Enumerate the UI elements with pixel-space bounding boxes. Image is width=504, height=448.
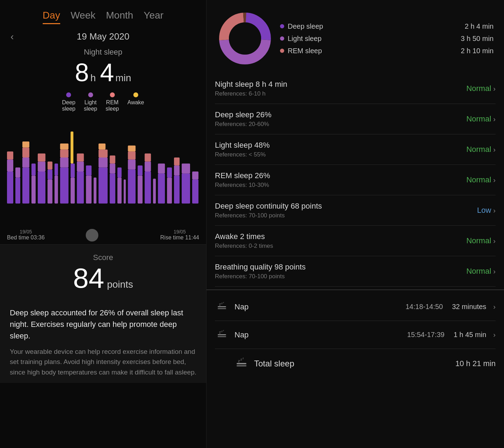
svg-rect-48	[138, 166, 142, 176]
metric-night-sleep[interactable]: Night sleep 8 h 4 min References: 6-10 h…	[215, 74, 496, 104]
nap-1-label: Nap	[234, 302, 400, 312]
svg-rect-80	[237, 365, 246, 366]
bed-date: 19/05	[7, 229, 45, 234]
total-sleep-value: 10 h 21 min	[455, 359, 496, 368]
sleep-duration: 8 h 4 min	[0, 57, 206, 90]
svg-rect-49	[145, 172, 151, 203]
svg-rect-10	[31, 175, 36, 203]
svg-rect-30	[86, 175, 92, 203]
rise-date: 19/05	[160, 229, 199, 234]
svg-rect-31	[86, 166, 92, 176]
metric-light-sleep-chevron: ›	[493, 146, 496, 154]
sleep-h-label: h	[90, 72, 96, 84]
tab-year[interactable]: Year	[144, 10, 164, 24]
sleep-header: Night sleep 8 h 4 min	[0, 46, 206, 91]
svg-rect-45	[128, 152, 135, 160]
tab-day[interactable]: Day	[43, 10, 60, 24]
nap-2-duration: 1 h 45 min	[454, 331, 486, 339]
svg-rect-63	[192, 172, 198, 180]
svg-rect-58	[174, 166, 180, 176]
score-value-row: 84 points	[10, 262, 196, 294]
metric-awake-name: Awake 2 times	[215, 232, 466, 241]
metric-breathing[interactable]: Breathing quality 98 points References: …	[215, 256, 496, 287]
donut-light-dot	[280, 36, 284, 41]
donut-legend-rem: REM sleep 2 h 10 min	[280, 47, 493, 55]
svg-rect-52	[153, 179, 156, 204]
light-sleep-dot	[88, 92, 93, 97]
svg-rect-57	[174, 175, 180, 203]
tab-month[interactable]: Month	[106, 10, 133, 24]
svg-rect-38	[110, 163, 115, 174]
nap-1-chevron: ›	[493, 303, 496, 311]
nap-2[interactable]: z z z Nap 15:54-17:39 1 h 45 min ›	[215, 321, 496, 349]
metric-awake[interactable]: Awake 2 times References: 0-2 times Norm…	[215, 226, 496, 256]
svg-rect-53	[158, 174, 165, 204]
svg-text:z: z	[219, 330, 221, 334]
sleep-legend: Deepsleep Lightsleep REMsleep Awake	[0, 91, 206, 115]
bed-time-text: Bed time 03:36	[7, 234, 45, 241]
svg-rect-41	[117, 168, 121, 178]
metric-deep-continuity[interactable]: Deep sleep continuity 68 points Referenc…	[215, 195, 496, 226]
svg-rect-46	[128, 146, 135, 152]
metric-deep-sleep[interactable]: Deep sleep 26% References: 20-60% Normal…	[215, 104, 496, 134]
svg-rect-21	[60, 158, 69, 168]
metric-night-sleep-chevron: ›	[493, 85, 496, 93]
svg-rect-37	[110, 174, 115, 204]
svg-text:z: z	[223, 301, 224, 303]
left-panel: Day Week Month Year ‹ 19 May 2020 Night …	[0, 0, 206, 448]
sleep-hours: 8	[75, 58, 89, 87]
metric-breathing-status: Normal	[466, 267, 491, 276]
score-points-label: points	[107, 279, 133, 290]
metric-rem-sleep-ref: References: 10-30%	[215, 182, 466, 189]
metric-awake-chevron: ›	[493, 237, 496, 245]
svg-rect-3	[7, 152, 13, 160]
svg-rect-40	[117, 177, 121, 203]
legend-light: Lightsleep	[84, 92, 97, 112]
svg-rect-14	[38, 154, 46, 162]
svg-rect-43	[128, 169, 135, 203]
score-number: 84	[73, 262, 104, 294]
svg-rect-15	[48, 180, 52, 204]
rise-time-text: Rise time 11:44	[160, 234, 199, 241]
metric-awake-ref: References: 0-2 times	[215, 243, 466, 250]
svg-rect-39	[110, 155, 115, 163]
donut-light-value: 3 h 50 min	[461, 35, 493, 43]
svg-rect-36	[99, 144, 106, 149]
tip-main-text: Deep sleep accounted for 26% of overall …	[10, 307, 196, 342]
scroll-handle[interactable]	[86, 229, 98, 241]
prev-day-button[interactable]: ‹	[10, 31, 14, 42]
svg-rect-79	[237, 363, 246, 364]
svg-rect-34	[99, 158, 108, 168]
metric-light-sleep[interactable]: Light sleep 48% References: < 55% Normal…	[215, 134, 496, 165]
legend-rem: REMsleep	[106, 92, 119, 112]
svg-point-68	[229, 22, 261, 55]
svg-rect-8	[22, 147, 29, 158]
svg-rect-55	[167, 177, 172, 203]
legend-awake: Awake	[127, 92, 144, 112]
svg-text:z: z	[243, 357, 244, 359]
right-panel: Deep sleep 2 h 4 min Light sleep 3 h 50 …	[206, 0, 504, 448]
tips-section: Deep sleep accounted for 26% of overall …	[0, 301, 206, 383]
svg-rect-16	[48, 169, 52, 180]
naps-section: z z z Nap 14:18-14:50 32 minutes › z z z	[206, 289, 504, 378]
svg-text:z: z	[221, 330, 223, 333]
donut-rem-value: 2 h 10 min	[461, 47, 493, 55]
svg-rect-24	[71, 177, 75, 203]
nap-1-duration: 32 minutes	[452, 303, 486, 311]
metric-night-sleep-ref: References: 6-10 h	[215, 90, 466, 97]
nap-1[interactable]: z z z Nap 14:18-14:50 32 minutes ›	[215, 293, 496, 321]
metric-night-sleep-name: Night sleep 8 h 4 min	[215, 80, 466, 89]
total-sleep-label: Total sleep	[254, 359, 450, 369]
svg-rect-11	[31, 163, 36, 175]
metric-rem-sleep[interactable]: REM sleep 26% References: 10-30% Normal …	[215, 165, 496, 195]
date-row: ‹ 19 May 2020	[0, 28, 206, 46]
svg-rect-42	[124, 180, 126, 204]
donut-chart	[217, 10, 273, 66]
tab-week[interactable]: Week	[71, 10, 96, 24]
light-sleep-label: Lightsleep	[84, 99, 97, 112]
metric-breathing-ref: References: 70-100 points	[215, 273, 466, 280]
svg-text:z: z	[238, 359, 240, 363]
sleep-min-label: min	[115, 72, 131, 84]
svg-rect-51	[145, 154, 151, 162]
svg-rect-50	[145, 161, 151, 172]
